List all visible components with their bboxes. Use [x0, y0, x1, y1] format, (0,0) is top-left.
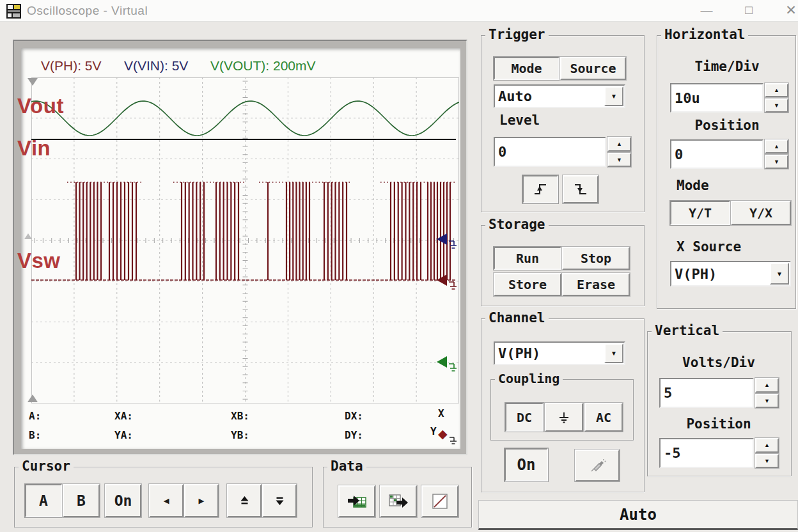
yx-mode-button[interactable]: Y/X — [731, 201, 791, 225]
voltsdiv-label: Volts/Div — [659, 355, 778, 370]
store-button[interactable]: Store — [494, 273, 561, 296]
yt-mode-button[interactable]: Y/T — [670, 201, 730, 225]
run-button[interactable]: Run — [494, 247, 561, 270]
cursor-right-button[interactable]: ▶ — [184, 484, 219, 517]
cursor-up-icon — [240, 496, 249, 506]
cursor-panel: Cursor A B On ◀ ▶ — [14, 467, 313, 528]
trigger-mode-value: Auto — [495, 88, 604, 104]
erase-button[interactable]: Erase — [562, 273, 630, 296]
trigger-group-title: Trigger — [485, 27, 549, 42]
timediv-spin-down[interactable]: ▼ — [765, 98, 788, 113]
trigger-level-spin-down[interactable]: ▼ — [607, 153, 631, 168]
vout-level-marker-ground-icon — [448, 363, 458, 373]
xsource-dropdown-button[interactable]: ▼ — [770, 263, 789, 285]
v-position-spin-down[interactable]: ▼ — [755, 454, 779, 469]
voltsdiv-input[interactable] — [659, 378, 754, 408]
scope-frame: V(PH): 5V V(VIN): 5V V(VOUT): 200mV Vout… — [13, 40, 467, 455]
h-position-spin-down[interactable]: ▼ — [765, 155, 788, 169]
channel-probe-button[interactable] — [575, 450, 620, 481]
v-position-spin-up[interactable]: ▲ — [755, 438, 779, 453]
trigger-source-button[interactable]: Source — [560, 57, 626, 80]
waveform-plot — [31, 77, 459, 403]
maximize-button[interactable]: □ — [738, 0, 760, 20]
v-position-input[interactable] — [659, 438, 754, 468]
up-arrow-icon: ▲ — [616, 141, 622, 147]
voltsdiv-spin-up[interactable]: ▲ — [755, 378, 779, 393]
voltsdiv-spin-down[interactable]: ▼ — [755, 394, 779, 409]
vout-level-marker[interactable] — [437, 356, 447, 368]
trigger-panel: Trigger Mode Source Auto ▼ Level ▲ ▼ — [481, 35, 645, 212]
down-arrow-icon: ▼ — [616, 157, 622, 163]
data-plot-button[interactable] — [421, 485, 458, 517]
up-arrow-icon: ▲ — [764, 382, 770, 388]
readout-y: Y — [430, 425, 437, 437]
title-bar[interactable]: Oscilloscope - Virtual — □ ✕ — [0, 0, 798, 22]
trigger-position-marker[interactable] — [27, 78, 38, 86]
up-arrow-icon: ▲ — [764, 442, 770, 448]
bottom-axis-marker[interactable] — [27, 395, 38, 402]
cursor-a-button[interactable]: A — [25, 484, 62, 517]
storage-group-title: Storage — [485, 217, 549, 232]
measurement-vvout: V(VOUT): 200mV — [210, 58, 316, 74]
data-export-button[interactable] — [380, 485, 417, 517]
trace-label-vout: Vout — [17, 95, 64, 116]
trigger-falling-edge-button[interactable] — [563, 175, 598, 203]
channel-source-select[interactable]: V(PH) ▼ — [494, 341, 625, 365]
minimize-button[interactable]: — — [696, 0, 717, 20]
plot-icon — [432, 493, 448, 510]
chevron-down-icon: ▼ — [611, 93, 617, 100]
falling-edge-icon — [573, 182, 588, 196]
readout-dy: DY: — [345, 429, 363, 441]
scope-display: V(PH): 5V V(VIN): 5V V(VOUT): 200mV Vout… — [21, 48, 460, 449]
timediv-label: Time/Div — [670, 59, 784, 74]
channel-source-dropdown-button[interactable]: ▼ — [604, 343, 623, 363]
readout-b: B: — [29, 429, 41, 441]
readout-xa: XA: — [114, 410, 133, 422]
horizontal-panel: Horizontal Time/Div ▲ ▼ Position ▲ ▼ Mod… — [657, 35, 796, 309]
data-import-button[interactable] — [338, 485, 375, 517]
left-axis-marker[interactable] — [24, 233, 32, 239]
cursor-left-button[interactable]: ◀ — [149, 484, 184, 517]
readout-x: X — [438, 407, 444, 419]
xsource-select[interactable]: V(PH) ▼ — [670, 261, 791, 286]
cursor-down-icon — [275, 496, 285, 506]
trigger-level-input[interactable] — [494, 137, 606, 167]
trigger-rising-edge-button[interactable] — [522, 175, 558, 203]
trigger-level-spin-up[interactable]: ▲ — [607, 137, 631, 152]
vin-level-marker[interactable] — [437, 233, 447, 245]
timediv-spin-up[interactable]: ▲ — [765, 83, 788, 97]
auto-button[interactable]: Auto — [478, 500, 798, 530]
xsource-label: X Source — [677, 239, 741, 254]
coupling-ac-button[interactable]: AC — [584, 403, 623, 432]
trace-label-vsw: Vsw — [17, 250, 61, 271]
readout-yb: YB: — [231, 429, 249, 441]
vin-level-marker-ground-icon — [448, 240, 458, 251]
close-button[interactable]: ✕ — [780, 0, 798, 20]
h-position-spin-up[interactable]: ▲ — [765, 139, 788, 153]
cursor-down-button[interactable] — [262, 484, 297, 517]
right-arrow-icon: ▶ — [198, 495, 204, 506]
coupling-dc-button[interactable]: DC — [505, 403, 544, 432]
trigger-mode-select[interactable]: Auto ▼ — [494, 84, 625, 108]
vsw-level-marker[interactable] — [437, 274, 447, 286]
storage-panel: Storage Run Stop Store Erase — [481, 225, 645, 306]
trigger-mode-button[interactable]: Mode — [494, 57, 559, 80]
cursor-on-button[interactable]: On — [105, 484, 141, 517]
timediv-input[interactable] — [670, 83, 763, 113]
window-title: Oscilloscope - Virtual — [27, 4, 148, 18]
coupling-gnd-button[interactable] — [545, 403, 583, 432]
rising-edge-icon — [533, 182, 548, 196]
h-position-label: Position — [670, 118, 784, 133]
channel-group-title: Channel — [485, 310, 549, 325]
cursor-b-button[interactable]: B — [63, 484, 100, 517]
coupling-group: Coupling DC AC — [490, 379, 634, 441]
ground-icon — [558, 411, 570, 424]
cursor-up-button[interactable] — [227, 484, 262, 517]
v-position-spinner: ▲ ▼ — [755, 438, 779, 468]
trigger-level-label: Level — [499, 113, 540, 128]
trigger-mode-dropdown-button[interactable]: ▼ — [604, 86, 623, 106]
stop-button[interactable]: Stop — [562, 247, 630, 270]
channel-on-button[interactable]: On — [505, 448, 548, 481]
h-position-input[interactable] — [670, 139, 763, 169]
chevron-down-icon: ▼ — [776, 270, 783, 278]
